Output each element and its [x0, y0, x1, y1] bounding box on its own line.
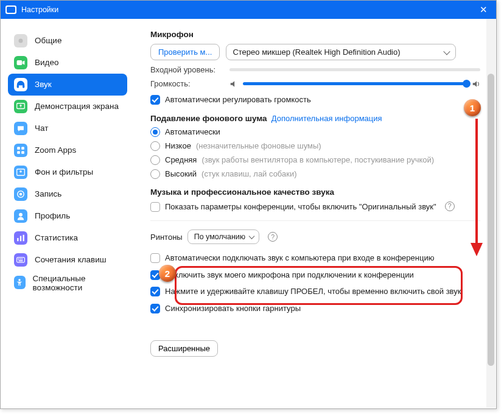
noise-option-label: Автоматически	[165, 127, 220, 136]
titlebar[interactable]: Настройки ✕	[1, 1, 496, 19]
ringtones-value: По умолчанию	[194, 233, 246, 241]
svg-rect-1	[17, 60, 23, 65]
auto-adjust-label: Автоматически регулировать громкость	[165, 94, 311, 105]
camera-icon	[14, 56, 27, 69]
sidebar-item-label: Демонстрация экрана	[35, 102, 119, 111]
svg-rect-5	[17, 147, 20, 150]
svg-rect-15	[20, 236, 21, 242]
sidebar-item-recording[interactable]: Запись	[8, 183, 127, 205]
sidebar-item-profile[interactable]: Профиль	[8, 205, 127, 227]
sidebar-item-label: Специальные возможности	[33, 275, 121, 293]
ringtones-label: Ринтоны	[150, 233, 183, 242]
window-title: Настройки	[21, 5, 58, 14]
sidebar-item-apps[interactable]: Zoom Apps	[8, 139, 127, 161]
svg-rect-3	[23, 85, 24, 88]
accessibility-icon	[14, 276, 26, 289]
speaker-high-icon	[472, 80, 480, 88]
svg-rect-20	[21, 259, 23, 260]
sidebar-item-label: Статистика	[35, 234, 78, 243]
sidebar-item-label: Запись	[35, 190, 61, 199]
svg-rect-8	[21, 151, 24, 154]
svg-rect-6	[21, 147, 24, 150]
content-pane: Микрофон Проверить м... Стерео микшер (R…	[133, 19, 496, 408]
original-sound-label: Показать параметры конференции, чтобы вк…	[165, 201, 436, 212]
gear-icon	[14, 34, 27, 47]
sync-headset-checkbox[interactable]	[150, 304, 160, 313]
svg-rect-7	[17, 151, 20, 154]
advanced-button[interactable]: Расширенные	[150, 340, 218, 357]
record-icon	[14, 187, 27, 201]
sidebar-item-label: Общие	[35, 37, 61, 46]
svg-rect-19	[19, 259, 21, 260]
input-level-meter	[229, 68, 480, 71]
sidebar-item-video[interactable]: Видео	[8, 52, 127, 74]
sidebar-item-general[interactable]: Общие	[8, 30, 127, 52]
auto-adjust-checkbox[interactable]	[150, 95, 160, 105]
headphones-icon	[14, 78, 27, 91]
svg-rect-16	[23, 235, 24, 242]
background-icon	[14, 166, 27, 179]
sidebar-item-stats[interactable]: Статистика	[8, 227, 127, 249]
svg-point-0	[19, 39, 23, 43]
noise-radio-high[interactable]	[150, 169, 160, 179]
chat-icon	[14, 122, 27, 135]
mic-device-select[interactable]: Стерео микшер (Realtek High Definition A…	[226, 44, 456, 60]
sidebar-item-label: Профиль	[35, 212, 70, 221]
scrollbar[interactable]	[486, 19, 495, 408]
svg-rect-17	[17, 257, 25, 262]
scrollbar-thumb[interactable]	[488, 74, 494, 366]
sidebar-item-chat[interactable]: Чат	[8, 117, 127, 139]
sidebar-item-label: Zoom Apps	[35, 146, 76, 155]
keyboard-icon	[14, 253, 27, 267]
volume-label: Громкость:	[150, 79, 229, 88]
apps-icon	[14, 144, 27, 157]
help-icon[interactable]: ?	[268, 232, 278, 242]
stats-icon	[14, 231, 27, 245]
noise-option-label: Низкое	[165, 141, 191, 150]
svg-point-13	[19, 213, 23, 217]
svg-point-10	[19, 170, 22, 173]
close-icon[interactable]: ✕	[476, 3, 491, 16]
sidebar-item-label: Звук	[35, 80, 52, 89]
noise-option-label: Средняя	[165, 155, 197, 164]
ringtones-select[interactable]: По умолчанию	[187, 229, 260, 244]
svg-rect-2	[17, 85, 19, 88]
noise-section-title: Подавление фонового шума	[150, 114, 267, 123]
noise-option-hint: (незначительные фоновые шумы)	[196, 141, 321, 150]
svg-point-22	[19, 279, 21, 281]
svg-rect-21	[19, 261, 23, 262]
zoom-logo-icon	[5, 5, 16, 14]
pro-audio-title: Музыка и профессиональное качество звука	[150, 187, 480, 197]
sidebar: Общие Видео Звук Демонстрация экрана Чат…	[1, 19, 133, 408]
sidebar-item-shortcuts[interactable]: Сочетания клавиш	[8, 249, 127, 271]
noise-more-link[interactable]: Дополнительная информация	[271, 114, 382, 123]
original-sound-checkbox[interactable]	[150, 202, 160, 212]
noise-radio-medium[interactable]	[150, 155, 160, 165]
sidebar-item-audio[interactable]: Звук	[8, 74, 127, 96]
mute-on-join-label: Отключить звук моего микрофона при подкл…	[165, 270, 414, 281]
settings-window: Настройки ✕ Общие Видео Звук Демонстраци…	[0, 0, 497, 409]
help-icon[interactable]: ?	[445, 201, 455, 211]
space-unmute-label: Нажмите и удерживайте клавишу ПРОБЕЛ, чт…	[165, 286, 461, 297]
space-unmute-checkbox[interactable]	[150, 287, 160, 296]
input-level-label: Входной уровень:	[150, 65, 229, 74]
noise-radio-auto[interactable]	[150, 127, 160, 137]
svg-rect-14	[17, 238, 18, 241]
mic-volume-slider[interactable]	[243, 82, 467, 85]
auto-join-audio-checkbox[interactable]	[150, 253, 160, 263]
mute-on-join-checkbox[interactable]	[150, 270, 160, 280]
svg-point-12	[19, 193, 23, 196]
sidebar-item-label: Видео	[35, 58, 58, 68]
sync-headset-label: Синхронизировать кнопки гарнитуры	[165, 303, 301, 314]
noise-option-hint: (стук клавиш, лай собаки)	[201, 169, 296, 178]
noise-radio-low[interactable]	[150, 141, 160, 151]
auto-join-audio-label: Автоматически подключать звук с компьюте…	[165, 253, 434, 264]
sidebar-item-share[interactable]: Демонстрация экрана	[8, 96, 127, 117]
sidebar-item-background[interactable]: Фон и фильтры	[8, 161, 127, 183]
test-mic-button[interactable]: Проверить м...	[150, 44, 220, 60]
mic-section-title: Микрофон	[150, 30, 480, 39]
share-screen-icon	[14, 100, 27, 113]
sidebar-item-label: Чат	[35, 124, 48, 133]
sidebar-item-label: Фон и фильтры	[35, 168, 93, 177]
sidebar-item-accessibility[interactable]: Специальные возможности	[8, 271, 127, 296]
